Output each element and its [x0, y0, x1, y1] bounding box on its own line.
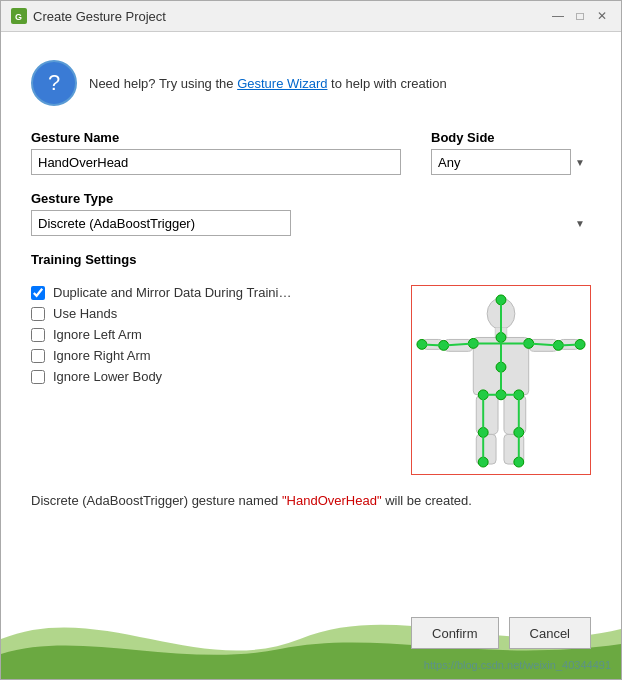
- checkbox-ignore-right-label: Ignore Right Arm: [53, 348, 151, 363]
- app-icon: G: [11, 8, 27, 24]
- title-bar-controls: — □ ✕: [549, 7, 611, 25]
- gesture-type-select-wrap: Discrete (AdaBoostTrigger) Continuous ▼: [31, 210, 591, 236]
- checkbox-dup-mirror-label: Duplicate and Mirror Data During Traini…: [53, 285, 291, 300]
- body-diagram: [411, 285, 591, 475]
- footer-buttons: Confirm Cancel: [411, 617, 591, 649]
- body-side-select[interactable]: Any Left Right: [431, 149, 571, 175]
- body-side-select-wrap: Any Left Right ▼: [431, 149, 591, 175]
- checkbox-use-hands-input[interactable]: [31, 307, 45, 321]
- training-label: Training Settings: [31, 252, 591, 267]
- checkbox-dup-mirror-input[interactable]: [31, 286, 45, 300]
- svg-line-34: [558, 344, 580, 345]
- name-bodyside-row: Gesture Name Body Side Any Left Right ▼: [31, 130, 591, 175]
- svg-text:G: G: [15, 12, 22, 22]
- window-title: Create Gesture Project: [33, 9, 166, 24]
- checkbox-ignore-lower[interactable]: Ignore Lower Body: [31, 369, 391, 384]
- help-banner: ? Need help? Try using the Gesture Wizar…: [31, 52, 591, 114]
- body-diagram-svg: [412, 286, 590, 474]
- checkbox-ignore-lower-label: Ignore Lower Body: [53, 369, 162, 384]
- main-window: G Create Gesture Project — □ ✕ ? Need he…: [0, 0, 622, 680]
- checkbox-ignore-left-label: Ignore Left Arm: [53, 327, 142, 342]
- help-text: Need help? Try using the Gesture Wizard …: [89, 76, 447, 91]
- help-text-before: Need help? Try using the: [89, 76, 237, 91]
- training-section: Training Settings: [31, 252, 591, 269]
- footer-area: Confirm Cancel https://blog.csdn.net/wei…: [1, 599, 621, 679]
- close-button[interactable]: ✕: [593, 7, 611, 25]
- svg-line-32: [422, 344, 444, 345]
- body-side-label: Body Side: [431, 130, 591, 145]
- help-text-after: to help with creation: [327, 76, 446, 91]
- summary-before: Discrete (AdaBoostTrigger) gesture named: [31, 493, 282, 508]
- watermark: https://blog.csdn.net/weixin_40344491: [424, 659, 611, 671]
- summary-name: "HandOverHead": [282, 493, 382, 508]
- checkbox-ignore-left-input[interactable]: [31, 328, 45, 342]
- checkbox-ignore-right[interactable]: Ignore Right Arm: [31, 348, 391, 363]
- summary-text: Discrete (AdaBoostTrigger) gesture named…: [31, 491, 591, 511]
- gesture-type-chevron-icon: ▼: [575, 218, 585, 229]
- gesture-type-group: Gesture Type Discrete (AdaBoostTrigger) …: [31, 191, 591, 236]
- gesture-name-label: Gesture Name: [31, 130, 401, 145]
- gesture-type-label: Gesture Type: [31, 191, 591, 206]
- checkbox-ignore-right-input[interactable]: [31, 349, 45, 363]
- gesture-name-group: Gesture Name: [31, 130, 401, 175]
- checkbox-ignore-lower-input[interactable]: [31, 370, 45, 384]
- checkbox-use-hands[interactable]: Use Hands: [31, 306, 391, 321]
- training-row: Duplicate and Mirror Data During Traini……: [31, 285, 591, 475]
- body-side-chevron-icon: ▼: [575, 157, 585, 168]
- cancel-button[interactable]: Cancel: [509, 617, 591, 649]
- body-side-group: Body Side Any Left Right ▼: [431, 130, 591, 175]
- checkbox-dup-mirror[interactable]: Duplicate and Mirror Data During Traini…: [31, 285, 391, 300]
- gesture-name-input[interactable]: [31, 149, 401, 175]
- title-bar: G Create Gesture Project — □ ✕: [1, 1, 621, 32]
- summary-after: will be created.: [382, 493, 472, 508]
- checkboxes-group: Duplicate and Mirror Data During Traini……: [31, 285, 391, 384]
- help-icon: ?: [31, 60, 77, 106]
- gesture-type-select[interactable]: Discrete (AdaBoostTrigger) Continuous: [31, 210, 291, 236]
- checkbox-ignore-left[interactable]: Ignore Left Arm: [31, 327, 391, 342]
- dialog-content: ? Need help? Try using the Gesture Wizar…: [1, 32, 621, 599]
- gesture-wizard-link[interactable]: Gesture Wizard: [237, 76, 327, 91]
- maximize-button[interactable]: □: [571, 7, 589, 25]
- confirm-button[interactable]: Confirm: [411, 617, 499, 649]
- checkbox-use-hands-label: Use Hands: [53, 306, 117, 321]
- minimize-button[interactable]: —: [549, 7, 567, 25]
- title-bar-left: G Create Gesture Project: [11, 8, 166, 24]
